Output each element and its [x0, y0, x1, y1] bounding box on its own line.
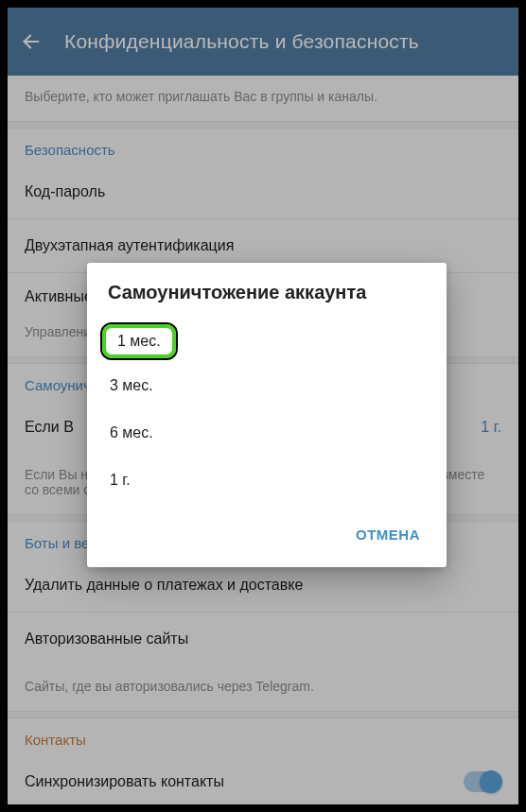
dialog-title: Самоуничтожение аккаунта	[87, 263, 447, 315]
settings-screen: Конфиденциальность и безопасность Выбери…	[8, 8, 518, 804]
option-3-months[interactable]: 3 мес.	[96, 362, 437, 409]
selfdestruct-dialog: Самоуничтожение аккаунта 1 мес. 3 мес. 6…	[87, 263, 447, 567]
option-6-months[interactable]: 6 мес.	[96, 409, 437, 457]
dialog-options: 1 мес. 3 мес. 6 мес. 1 г.	[87, 315, 447, 504]
dialog-actions: ОТМЕНА	[87, 504, 447, 561]
option-1-year[interactable]: 1 г.	[96, 457, 437, 504]
cancel-button[interactable]: ОТМЕНА	[346, 519, 430, 550]
option-1-month[interactable]: 1 мес.	[102, 324, 176, 358]
